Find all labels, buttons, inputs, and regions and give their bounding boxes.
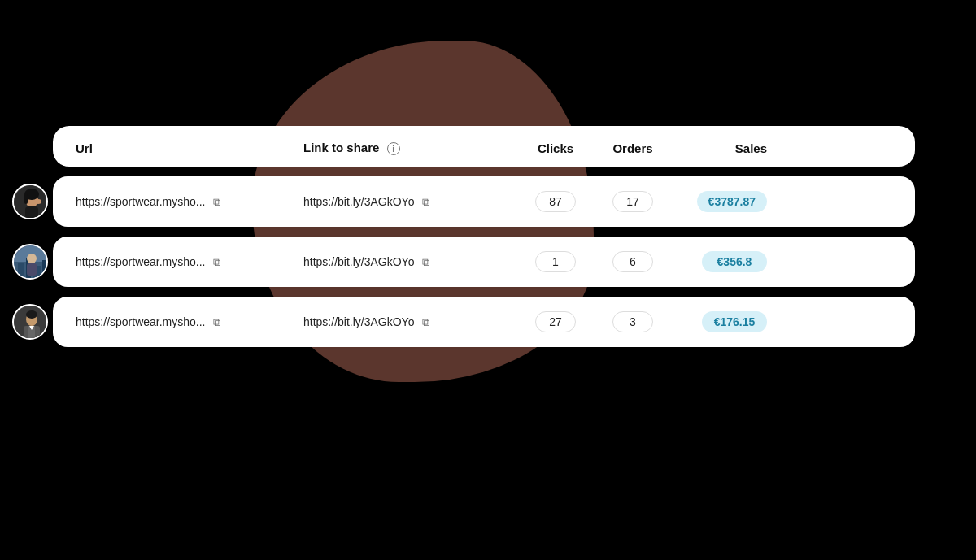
row-2-url: https://sportwear.mysho... ⧉ <box>76 255 303 269</box>
copy-url-icon-1[interactable]: ⧉ <box>213 196 220 209</box>
row-3-sales: €176.15 <box>669 311 767 332</box>
row-3-clicks: 27 <box>515 311 596 332</box>
avatar-3 <box>12 304 48 340</box>
row-1-url: https://sportwear.mysho... ⧉ <box>76 195 303 209</box>
row-wrapper-2: https://sportwear.mysho... ⧉ https://bit… <box>53 237 915 287</box>
svg-rect-11 <box>42 260 48 280</box>
main-container: Url Link to share i Clicks Orders Sales <box>53 126 915 357</box>
svg-point-16 <box>26 310 37 319</box>
row-3-url: https://sportwear.mysho... ⧉ <box>76 315 303 329</box>
header-url: Url <box>76 141 303 155</box>
svg-rect-4 <box>24 194 28 204</box>
row-1-clicks: 87 <box>515 191 596 212</box>
svg-point-5 <box>35 199 41 204</box>
copy-link-icon-1[interactable]: ⧉ <box>422 196 429 209</box>
header-sales: Sales <box>669 141 767 155</box>
row-2-orders: 6 <box>596 251 669 272</box>
row-1-sales: €3787.87 <box>669 191 767 212</box>
row-1-orders: 17 <box>596 191 669 212</box>
avatar-1 <box>12 184 48 219</box>
header-clicks: Clicks <box>515 141 596 155</box>
table-header: Url Link to share i Clicks Orders Sales <box>76 126 892 167</box>
info-icon[interactable]: i <box>387 142 400 155</box>
copy-link-icon-3[interactable]: ⧉ <box>422 316 429 329</box>
table-row: https://sportwear.mysho... ⧉ https://bit… <box>53 176 915 227</box>
header-link: Link to share i <box>303 141 515 155</box>
table-header-card: Url Link to share i Clicks Orders Sales <box>53 126 915 167</box>
row-2-sales: €356.8 <box>669 251 767 272</box>
svg-rect-2 <box>25 206 38 219</box>
copy-url-icon-2[interactable]: ⧉ <box>213 256 220 269</box>
row-1-link: https://bit.ly/3AGkOYo ⧉ <box>303 195 515 209</box>
svg-point-12 <box>27 254 37 263</box>
svg-rect-8 <box>18 263 24 280</box>
row-wrapper-3: https://sportwear.mysho... ⧉ https://bit… <box>53 297 915 347</box>
row-2-link: https://bit.ly/3AGkOYo ⧉ <box>303 255 515 269</box>
avatar-2 <box>12 244 48 280</box>
row-wrapper-1: https://sportwear.mysho... ⧉ https://bit… <box>53 176 915 227</box>
row-3-link: https://bit.ly/3AGkOYo ⧉ <box>303 315 515 329</box>
table-row: https://sportwear.mysho... ⧉ https://bit… <box>53 237 915 287</box>
header-orders: Orders <box>596 141 669 155</box>
copy-url-icon-3[interactable]: ⧉ <box>213 316 220 329</box>
table-row: https://sportwear.mysho... ⧉ https://bit… <box>53 297 915 347</box>
row-3-orders: 3 <box>596 311 669 332</box>
copy-link-icon-2[interactable]: ⧉ <box>422 256 429 269</box>
row-2-clicks: 1 <box>515 251 596 272</box>
svg-rect-13 <box>27 263 37 276</box>
